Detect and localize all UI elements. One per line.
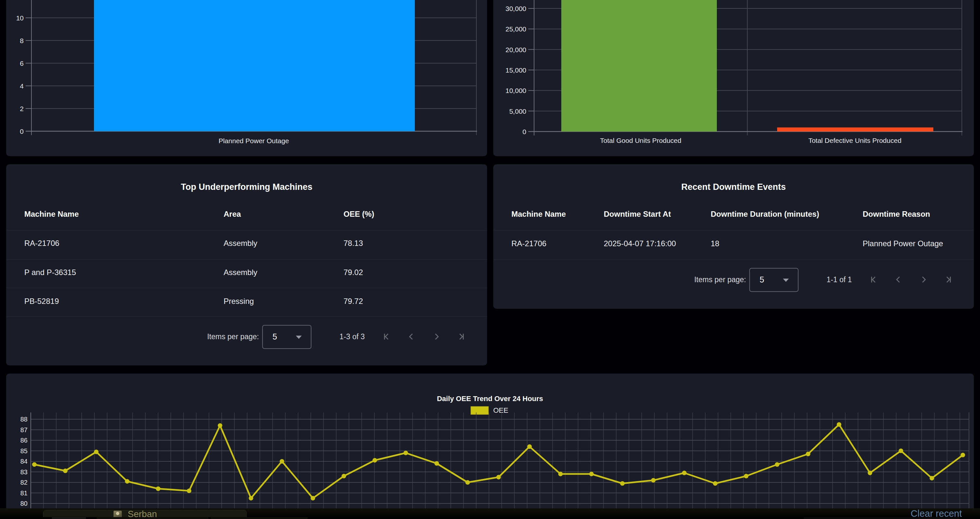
oee-trend-chart-card: Daily OEE Trend Over 24 Hours OEE 808182… bbox=[6, 373, 974, 515]
downtime-by-reason-chart-card: 0246810Planned Power Outage bbox=[6, 0, 487, 156]
taskbar-item bbox=[211, 517, 308, 519]
svg-text:10,000: 10,000 bbox=[506, 87, 526, 94]
first-page-button[interactable] bbox=[867, 273, 879, 286]
downtime-by-reason-bar-chart[interactable]: 0246810Planned Power Outage bbox=[6, 0, 487, 156]
svg-text:87: 87 bbox=[21, 426, 27, 433]
oee-data-point[interactable] bbox=[744, 474, 749, 478]
svg-text:6: 6 bbox=[20, 60, 24, 67]
previous-page-button[interactable] bbox=[892, 273, 904, 286]
oee-data-point[interactable] bbox=[713, 481, 718, 486]
column-header: Downtime Reason bbox=[863, 210, 930, 219]
first-page-button[interactable] bbox=[380, 330, 392, 343]
table-row: RA-217062025-04-07 17:16:0018Planned Pow… bbox=[493, 239, 974, 250]
chevron-right-icon bbox=[431, 331, 442, 343]
oee-data-point[interactable] bbox=[775, 462, 780, 467]
svg-text:8: 8 bbox=[20, 37, 24, 44]
next-page-button[interactable] bbox=[918, 273, 929, 286]
oee-data-point[interactable] bbox=[589, 472, 594, 476]
page-size-select[interactable]: 5 bbox=[749, 268, 799, 292]
oee-data-point[interactable] bbox=[63, 468, 68, 473]
table-row: P and P-36315Assembly79.02 bbox=[6, 268, 487, 279]
oee-data-point[interactable] bbox=[311, 496, 315, 500]
page-size-select[interactable]: 5 bbox=[262, 325, 312, 349]
oee-data-point[interactable] bbox=[249, 496, 253, 500]
column-header: Area bbox=[224, 210, 241, 219]
chevron-left-icon bbox=[892, 274, 904, 286]
table-cell: Assembly bbox=[224, 268, 257, 277]
svg-text:5,000: 5,000 bbox=[509, 108, 526, 115]
page-size-value: 5 bbox=[272, 332, 277, 341]
oee-data-point[interactable] bbox=[682, 471, 687, 475]
row-divider bbox=[493, 230, 974, 230]
row-divider bbox=[6, 230, 487, 230]
row-divider bbox=[6, 259, 487, 260]
page-range-label: 1-3 of 3 bbox=[322, 332, 382, 341]
last-page-button[interactable] bbox=[456, 330, 467, 343]
oee-data-point[interactable] bbox=[806, 452, 810, 456]
oee-data-point[interactable] bbox=[651, 478, 655, 483]
oee-data-point[interactable] bbox=[125, 479, 130, 484]
chevron-right-icon bbox=[918, 274, 929, 286]
oee-data-point[interactable] bbox=[156, 487, 161, 491]
table-cell: 2025-04-07 17:16:00 bbox=[604, 239, 676, 248]
oee-data-point[interactable] bbox=[94, 450, 99, 454]
bar-planned-power-outage[interactable] bbox=[94, 0, 415, 131]
oee-trend-line-chart[interactable]: 808182838485868788 bbox=[6, 413, 974, 515]
oee-data-point[interactable] bbox=[961, 453, 965, 457]
bar-total-defective-units-produced[interactable] bbox=[777, 127, 933, 132]
column-header: OEE (%) bbox=[344, 210, 374, 219]
oee-data-point[interactable] bbox=[558, 472, 563, 476]
last-page-icon bbox=[456, 331, 467, 343]
category-label: Total Good Units Produced bbox=[600, 137, 681, 144]
column-header: Downtime Start At bbox=[604, 210, 671, 219]
oee-data-point[interactable] bbox=[527, 444, 532, 449]
oee-data-point[interactable] bbox=[280, 459, 284, 463]
background-window-overlay: Serban Clear recent bbox=[0, 508, 980, 519]
dropdown-arrow-icon bbox=[296, 336, 302, 339]
table-cell: 79.72 bbox=[344, 297, 363, 306]
oee-data-point[interactable] bbox=[837, 422, 841, 427]
units-produced-chart-card: 05,00010,00015,00020,00025,00030,000Tota… bbox=[493, 0, 974, 156]
oee-data-point[interactable] bbox=[32, 462, 37, 467]
svg-text:15,000: 15,000 bbox=[506, 67, 526, 74]
chart-title: Daily OEE Trend Over 24 Hours bbox=[6, 394, 974, 404]
table-cell: 18 bbox=[711, 239, 719, 248]
table-cell: RA-21706 bbox=[511, 239, 546, 248]
svg-text:0: 0 bbox=[20, 128, 24, 135]
oee-data-point[interactable] bbox=[930, 476, 934, 481]
oee-data-point[interactable] bbox=[465, 480, 470, 485]
recent-downtime-paginator: Items per page: 5 1-1 of 1 bbox=[493, 268, 974, 294]
svg-text:85: 85 bbox=[21, 448, 27, 454]
oee-data-point[interactable] bbox=[404, 451, 408, 455]
first-page-icon bbox=[867, 274, 879, 286]
last-page-button[interactable] bbox=[943, 273, 955, 286]
svg-text:20,000: 20,000 bbox=[506, 46, 526, 54]
bar-total-good-units-produced[interactable] bbox=[561, 0, 717, 132]
table-cell: Pressing bbox=[224, 297, 254, 306]
page-size-value: 5 bbox=[760, 275, 764, 284]
oee-data-point[interactable] bbox=[620, 481, 625, 486]
units-produced-bar-chart[interactable]: 05,00010,00015,00020,00025,00030,000Tota… bbox=[493, 0, 974, 156]
top-underperforming-paginator: Items per page: 5 1-3 of 3 bbox=[6, 325, 487, 351]
oee-data-point[interactable] bbox=[342, 474, 346, 478]
previous-page-button[interactable] bbox=[406, 330, 417, 343]
items-per-page-label: Items per page: bbox=[649, 275, 746, 284]
row-divider bbox=[6, 316, 487, 317]
svg-text:88: 88 bbox=[21, 416, 27, 423]
column-header: Machine Name bbox=[511, 210, 566, 219]
oee-data-point[interactable] bbox=[218, 424, 222, 428]
last-page-icon bbox=[943, 274, 955, 286]
table-cell: Assembly bbox=[224, 239, 257, 248]
oee-data-point[interactable] bbox=[434, 461, 439, 466]
svg-text:84: 84 bbox=[21, 458, 27, 465]
oee-data-point[interactable] bbox=[496, 475, 501, 479]
oee-data-point[interactable] bbox=[187, 489, 191, 493]
oee-data-point[interactable] bbox=[899, 449, 903, 453]
table-cell: PB-52819 bbox=[24, 297, 59, 306]
oee-data-point[interactable] bbox=[373, 458, 377, 463]
table-cell: RA-21706 bbox=[24, 239, 59, 248]
chevron-left-icon bbox=[406, 331, 417, 343]
oee-data-point[interactable] bbox=[868, 471, 872, 475]
svg-text:81: 81 bbox=[21, 489, 27, 497]
next-page-button[interactable] bbox=[431, 330, 442, 343]
